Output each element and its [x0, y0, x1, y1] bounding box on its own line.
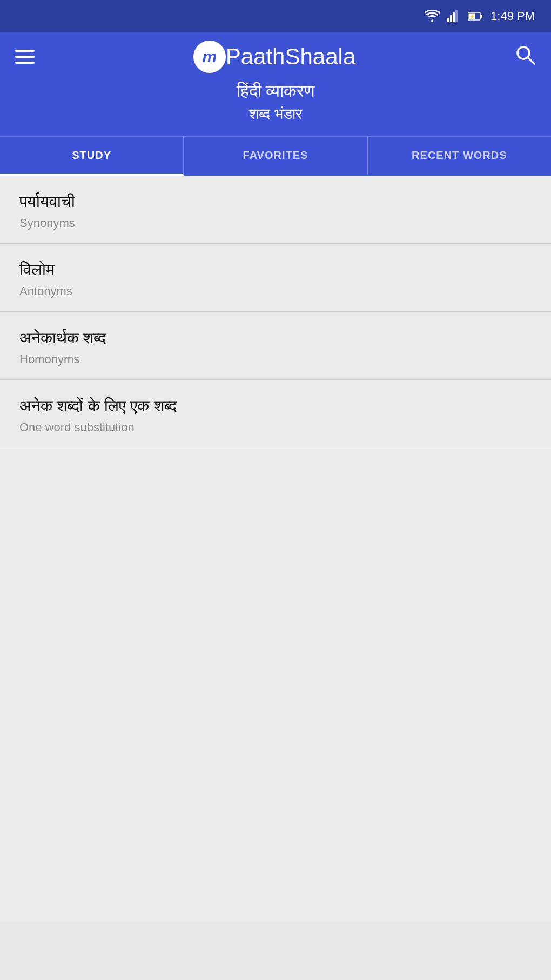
list-item-english-2: Homonyms — [19, 352, 532, 366]
list-item-hindi-0: पर्यायवाची — [19, 191, 532, 212]
status-icons: ⚡ 1:49 PM — [425, 9, 535, 23]
list-item[interactable]: अनेक शब्दों के लिए एक शब्द One word subs… — [0, 380, 551, 448]
list-item-hindi-1: विलोम — [19, 259, 532, 280]
content-spacer — [0, 448, 551, 664]
status-time: 1:49 PM — [490, 9, 535, 23]
logo-container: m PaathShaala — [193, 41, 356, 73]
logo-circle: m — [193, 41, 226, 73]
svg-text:⚡: ⚡ — [469, 14, 475, 20]
subtitle-hindi: हिंदी व्याकरण — [15, 81, 536, 105]
signal-icon — [447, 10, 460, 22]
subtitle-shabd: शब्द भंडार — [15, 105, 536, 136]
tab-recent-words[interactable]: RECENT WORDS — [368, 137, 551, 176]
header-top: m PaathShaala — [15, 32, 536, 81]
app-header: m PaathShaala हिंदी व्याकरण शब्द भंडार — [0, 32, 551, 136]
main-content: पर्यायवाची Synonyms विलोम Antonyms अनेका… — [0, 176, 551, 922]
list-item-english-3: One word substitution — [19, 421, 532, 435]
svg-rect-6 — [480, 15, 482, 18]
status-bar: ⚡ 1:49 PM — [0, 0, 551, 32]
svg-rect-2 — [453, 12, 455, 22]
tab-study[interactable]: STUDY — [0, 137, 184, 176]
list-item-english-0: Synonyms — [19, 216, 532, 230]
tab-favorites[interactable]: FAVORITES — [184, 137, 367, 176]
list-item[interactable]: पर्यायवाची Synonyms — [0, 176, 551, 244]
wifi-icon — [425, 10, 440, 22]
list-item[interactable]: अनेकार्थक शब्द Homonyms — [0, 312, 551, 380]
list-item-hindi-2: अनेकार्थक शब्द — [19, 327, 532, 348]
search-button[interactable] — [514, 44, 536, 70]
app-name: PaathShaala — [226, 44, 356, 70]
svg-rect-1 — [450, 15, 452, 22]
svg-rect-0 — [447, 18, 449, 22]
tabs-container: STUDY FAVORITES RECENT WORDS — [0, 136, 551, 176]
battery-icon: ⚡ — [468, 11, 483, 21]
svg-line-9 — [528, 57, 534, 64]
list-item-hindi-3: अनेक शब्दों के लिए एक शब्द — [19, 395, 532, 416]
svg-rect-3 — [455, 10, 458, 22]
list-item[interactable]: विलोम Antonyms — [0, 244, 551, 312]
menu-button[interactable] — [15, 50, 35, 64]
list-item-english-1: Antonyms — [19, 284, 532, 298]
